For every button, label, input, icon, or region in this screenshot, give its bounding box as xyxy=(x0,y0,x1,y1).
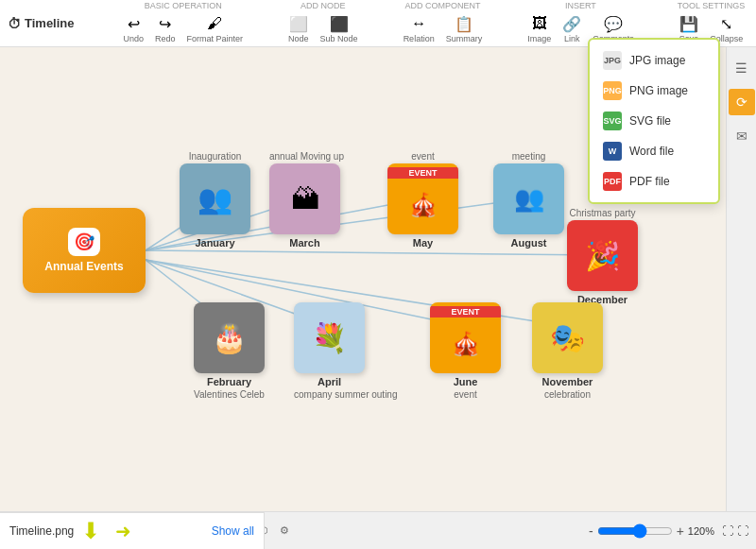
zoom-out-button[interactable]: - xyxy=(589,523,593,539)
february-annotation: Valentines Celeb xyxy=(194,389,265,400)
link-button[interactable]: 🔗 Link xyxy=(558,12,585,45)
node-button[interactable]: ⬜ Node xyxy=(284,12,313,45)
november-box: 🎭 xyxy=(532,302,603,373)
zoom-level: 120% xyxy=(688,525,714,537)
basic-operation-section: Basic operation ↩ Undo ↪ Redo 🖌 Format P… xyxy=(120,1,248,45)
zoom-slider[interactable] xyxy=(597,523,673,539)
may-annotation: event xyxy=(387,151,458,162)
june-annotation: event xyxy=(430,389,501,400)
export-word-item[interactable]: W Word file xyxy=(590,136,718,166)
app-title: ⏱ Timeline xyxy=(8,16,75,31)
zoom-in-button[interactable]: + xyxy=(677,523,684,539)
april-box: 💐 xyxy=(294,302,365,373)
download-filename: Timeline.png xyxy=(9,524,74,538)
november-node[interactable]: 🎭 November celebration xyxy=(532,302,603,400)
november-annotation: celebration xyxy=(532,389,603,400)
august-box: 👥 xyxy=(493,163,564,234)
yellow-arrow-icon: ➜ xyxy=(115,520,131,542)
march-box: 🏔 xyxy=(269,163,340,234)
image-button[interactable]: 🖼 Image xyxy=(524,12,555,45)
pdf-icon: PDF xyxy=(603,172,622,191)
central-node[interactable]: 🎯 Annual Events xyxy=(23,208,146,293)
relation-button[interactable]: ↔ Relation xyxy=(400,12,438,45)
add-node-section: Add Node ⬜ Node ⬛ Sub Node xyxy=(284,1,362,45)
december-node[interactable]: Christmas party 🎉 December xyxy=(567,208,638,305)
export-svg-item[interactable]: SVG SVG file xyxy=(590,106,718,136)
png-icon: PNG xyxy=(603,81,622,100)
may-box: EVENT 🎪 xyxy=(387,163,458,234)
fit-screen-button[interactable]: ⛶ xyxy=(722,524,733,538)
april-annotation: company summer outing xyxy=(294,389,365,400)
february-box: 🎂 xyxy=(194,302,265,373)
download-arrow-icon: ⬇ xyxy=(81,518,100,544)
word-icon: W xyxy=(603,142,622,161)
settings-icon[interactable]: ⚙ xyxy=(280,524,289,537)
export-dropdown: JPG JPG image PNG PNG image SVG SVG file… xyxy=(588,38,720,204)
sub-node-button[interactable]: ⬛ Sub Node xyxy=(317,12,362,45)
zoom-controls: - + 120% ⛶ ⛶ xyxy=(589,523,748,539)
redo-button[interactable]: ↪ Redo xyxy=(151,12,180,45)
january-node[interactable]: Inauguration 👥 January xyxy=(180,151,250,249)
undo-button[interactable]: ↩ Undo xyxy=(120,12,148,45)
export-pdf-item[interactable]: PDF PDF file xyxy=(590,166,718,197)
sidebar-history[interactable]: ⟳ xyxy=(729,89,755,115)
june-box: EVENT 🎪 xyxy=(430,302,501,373)
add-component-section: Add Component ↔ Relation 📋 Summary xyxy=(400,1,487,45)
sidebar-feedback[interactable]: ✉ xyxy=(729,123,755,149)
may-node[interactable]: event EVENT 🎪 May xyxy=(387,151,458,249)
svg-icon: SVG xyxy=(603,112,622,130)
february-node[interactable]: 🎂 February Valentines Celeb xyxy=(194,302,265,400)
show-all-button[interactable]: Show all xyxy=(212,524,254,538)
export-png-item[interactable]: PNG PNG image xyxy=(590,76,718,106)
summary-button[interactable]: 📋 Summary xyxy=(442,12,487,45)
april-node[interactable]: 💐 April company summer outing xyxy=(294,302,365,400)
export-jpg-item[interactable]: JPG JPG image xyxy=(590,45,718,76)
central-inner-badge: 🎯 xyxy=(68,228,100,256)
march-node[interactable]: annual Moving up 🏔 March xyxy=(269,151,340,249)
march-annotation: annual Moving up xyxy=(269,151,340,162)
december-box: 🎉 xyxy=(567,220,638,291)
january-annotation: Inauguration xyxy=(180,151,250,162)
sidebar-outline[interactable]: ☰ xyxy=(729,55,755,81)
download-bar: Timeline.png ⬇ ➜ Show all xyxy=(0,511,265,549)
format-painter-button[interactable]: 🖌 Format Painter xyxy=(183,12,248,45)
january-box: 👥 xyxy=(180,163,250,234)
right-sidebar: ☰ ⟳ ✉ xyxy=(726,47,756,521)
jpg-icon: JPG xyxy=(603,51,622,70)
august-annotation: meeting xyxy=(493,151,564,162)
svg-line-4 xyxy=(146,250,601,255)
december-annotation: Christmas party xyxy=(567,208,638,218)
june-node[interactable]: EVENT 🎪 June event xyxy=(430,302,501,400)
august-node[interactable]: meeting 👥 August xyxy=(493,151,564,249)
fullscreen-button[interactable]: ⛶ xyxy=(737,524,748,538)
